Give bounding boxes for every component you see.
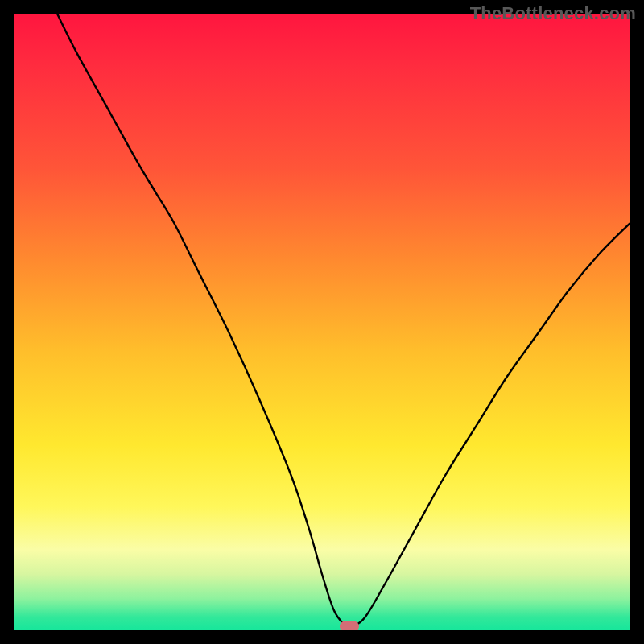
bottleneck-curve (14, 14, 630, 630)
plot-area (14, 14, 630, 630)
optimal-marker (340, 621, 359, 630)
chart-frame: TheBottleneck.com (0, 0, 644, 644)
watermark-text: TheBottleneck.com (470, 3, 636, 24)
